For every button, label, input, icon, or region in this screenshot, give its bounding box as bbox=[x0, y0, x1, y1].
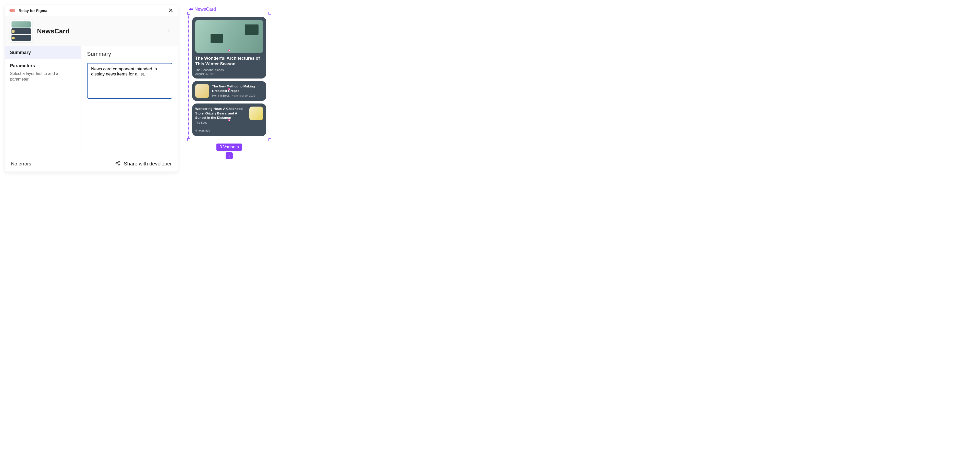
newscard-row-variant-2[interactable]: Wondering Hour: A Childhood Story, Grizz… bbox=[192, 103, 266, 136]
summary-textarea[interactable] bbox=[87, 63, 172, 99]
relay-plugin-panel: Relay for Figma ✕ NewsCard ⋮ Summary Par… bbox=[5, 5, 178, 172]
add-variant-button[interactable]: ＋ bbox=[226, 152, 233, 159]
prototype-connector-dot[interactable] bbox=[228, 119, 230, 121]
plugin-titlebar: Relay for Figma ✕ bbox=[5, 5, 178, 16]
row-age: 4 hours ago bbox=[195, 129, 210, 132]
row-source: Morning Break bbox=[212, 94, 229, 97]
main-column: Summary bbox=[81, 46, 178, 156]
row-text-group: The New Method to Making Breakfast Crepe… bbox=[212, 84, 263, 97]
plugin-title: Relay for Figma bbox=[19, 8, 48, 13]
panel-body: Summary Parameters ＋ Select a layer firs… bbox=[5, 46, 178, 156]
newscard-hero-variant[interactable]: The Wonderful Architectures of This Wint… bbox=[192, 17, 266, 79]
tab-summary[interactable]: Summary bbox=[5, 46, 81, 59]
svg-line-3 bbox=[117, 162, 118, 163]
prototype-connector-dot[interactable] bbox=[228, 88, 230, 90]
newscard-row-variant-1[interactable]: The New Method to Making Breakfast Crepe… bbox=[192, 81, 266, 101]
selection-frame[interactable]: The Wonderful Architectures of This Wint… bbox=[188, 13, 270, 140]
thumb-row-2 bbox=[11, 35, 31, 41]
panel-footer: No errors Share with developer bbox=[5, 156, 178, 171]
frame-label[interactable]: NewsCard bbox=[189, 6, 270, 12]
share-icon bbox=[115, 161, 120, 167]
thumb-hero-image bbox=[11, 21, 31, 27]
card-footer: 4 hours ago ⋮ bbox=[195, 128, 263, 133]
variants-badge-group: 3 Variants ＋ bbox=[188, 144, 270, 159]
row-thumbnail bbox=[249, 106, 263, 120]
summary-heading: Summary bbox=[87, 51, 172, 57]
hero-image bbox=[195, 20, 263, 53]
row-text-group: Wondering Hour: A Childhood Story, Grizz… bbox=[195, 106, 246, 124]
thumb-mini-img bbox=[12, 30, 14, 33]
hero-source: The Seasonal Sagas bbox=[195, 68, 263, 72]
plugin-title-group: Relay for Figma bbox=[10, 8, 48, 13]
component-name: NewsCard bbox=[37, 27, 69, 35]
add-parameter-icon[interactable]: ＋ bbox=[70, 63, 76, 69]
component-header: NewsCard ⋮ bbox=[5, 16, 178, 46]
more-menu-icon[interactable]: ⋮ bbox=[166, 28, 172, 35]
parameters-hint: Select a layer first to add a parameter bbox=[5, 71, 81, 86]
thumb-mini-img bbox=[12, 37, 14, 39]
newscard-variants-stack: The Wonderful Architectures of This Wint… bbox=[192, 17, 266, 136]
figma-canvas: NewsCard The Wonderful Architectures of … bbox=[188, 5, 270, 159]
share-with-developer-button[interactable]: Share with developer bbox=[115, 161, 172, 167]
svg-point-2 bbox=[118, 164, 120, 165]
svg-point-1 bbox=[116, 163, 117, 164]
row-title: Wondering Hour: A Childhood Story, Grizz… bbox=[195, 106, 246, 120]
resize-handle-bl[interactable] bbox=[187, 138, 190, 141]
hero-title: The Wonderful Architectures of This Wint… bbox=[195, 55, 263, 67]
row-meta: Morning Break November 10, 2021 bbox=[212, 94, 263, 97]
row-thumbnail bbox=[195, 84, 209, 98]
prototype-connector-dot[interactable] bbox=[228, 49, 230, 51]
thumb-row-1 bbox=[11, 28, 31, 34]
component-set-icon bbox=[189, 8, 193, 11]
resize-handle-tr[interactable] bbox=[269, 12, 271, 14]
frame-name: NewsCard bbox=[194, 6, 216, 12]
resize-handle-br[interactable] bbox=[269, 138, 271, 141]
row-source: The Bees bbox=[195, 121, 246, 124]
more-menu-icon[interactable]: ⋮ bbox=[259, 128, 263, 133]
svg-point-0 bbox=[118, 161, 120, 162]
svg-line-4 bbox=[117, 163, 118, 164]
row-title: The New Method to Making Breakfast Crepe… bbox=[212, 84, 263, 93]
variants-count-badge[interactable]: 3 Variants bbox=[216, 144, 242, 151]
sidebar: Summary Parameters ＋ Select a layer firs… bbox=[5, 46, 81, 156]
component-thumbnail bbox=[10, 20, 32, 42]
close-icon[interactable]: ✕ bbox=[168, 7, 173, 14]
hero-date: August 25, 2021 bbox=[195, 72, 263, 76]
resize-handle-tl[interactable] bbox=[187, 12, 190, 14]
share-label: Share with developer bbox=[124, 161, 172, 167]
parameters-title: Parameters bbox=[10, 63, 35, 68]
error-status: No errors bbox=[11, 161, 31, 167]
row-date: November 10, 2021 bbox=[231, 94, 255, 97]
parameters-header: Parameters ＋ bbox=[5, 59, 81, 71]
relay-logo-icon bbox=[10, 8, 16, 13]
